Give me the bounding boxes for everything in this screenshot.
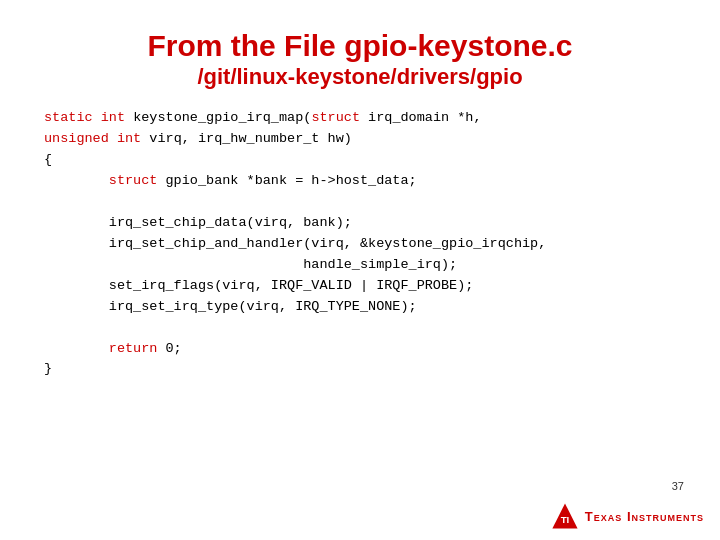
code-line-6: irq_set_chip_data(virq, bank); (44, 215, 352, 230)
title-line2: /git/linux-keystone/drivers/gpio (36, 64, 684, 90)
footer: TI Texas Instruments (551, 502, 704, 530)
code-line-13: } (44, 361, 52, 376)
code-line-8: handle_simple_irq); (44, 257, 457, 272)
code-line-10: irq_set_irq_type(virq, IRQ_TYPE_NONE); (44, 299, 417, 314)
code-line-9: set_irq_flags(virq, IRQF_VALID | IRQF_PR… (44, 278, 473, 293)
code-line-4: struct gpio_bank *bank = h->host_data; (44, 173, 417, 188)
ti-logo-icon: TI (551, 502, 579, 530)
code-line-1: static int keystone_gpio_irq_map(struct … (44, 110, 482, 125)
code-line-3: { (44, 152, 52, 167)
ti-logo: TI Texas Instruments (551, 502, 704, 530)
slide-number: 37 (672, 480, 684, 492)
ti-company-name: Texas Instruments (585, 509, 704, 524)
code-block: static int keystone_gpio_irq_map(struct … (44, 108, 684, 380)
code-line-11 (44, 320, 52, 335)
code-line-5 (44, 194, 52, 209)
code-line-12: return 0; (44, 341, 182, 356)
svg-text:TI: TI (560, 514, 569, 525)
code-line-7: irq_set_chip_and_handler(virq, &keystone… (44, 236, 546, 251)
ti-company-label: Texas Instruments (585, 509, 704, 524)
title-line1: From the File gpio-keystone.c (36, 28, 684, 64)
code-line-2: unsigned int virq, irq_hw_number_t hw) (44, 131, 352, 146)
slide: From the File gpio-keystone.c /git/linux… (0, 0, 720, 540)
slide-title: From the File gpio-keystone.c /git/linux… (36, 28, 684, 90)
